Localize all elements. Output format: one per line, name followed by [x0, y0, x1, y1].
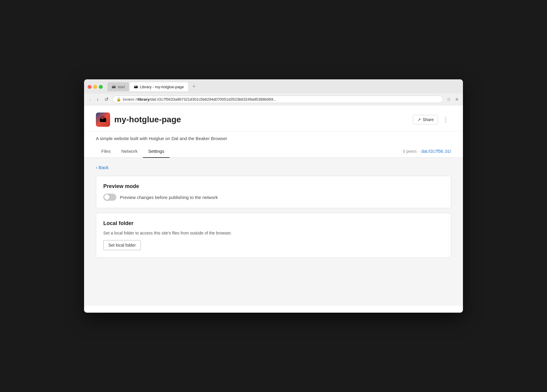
preview-mode-toggle-row: Preview changes before publishing to the… — [103, 194, 444, 201]
url-path: /dat://2c7f5633a967321d301c5b6294d070051… — [149, 97, 276, 102]
page-title-area: 🏔 my-hotglue-page — [96, 113, 181, 127]
nav-bar: ‹ › ↺ 🔒 beaker://library/dat://2c7f5633a… — [84, 94, 463, 105]
set-local-folder-button[interactable]: Set local folder — [103, 240, 141, 250]
url-protocol: beaker:// — [123, 97, 138, 102]
page-content: 🏔 my-hotglue-page ↗ Share ⋮ A simple web… — [84, 105, 463, 313]
preview-mode-label: Preview changes before publishing to the… — [120, 195, 218, 200]
tab-library-label: Library - my-hotglue-page — [140, 85, 184, 89]
local-folder-title: Local folder — [103, 220, 444, 226]
lock-icon: 🔒 — [116, 97, 121, 102]
address-bar[interactable]: 🔒 beaker://library/dat://2c7f5633a967321… — [112, 96, 443, 103]
back-button[interactable]: ‹ — [88, 96, 93, 103]
preview-mode-title: Preview mode — [103, 183, 444, 189]
window-controls — [88, 85, 103, 89]
menu-button[interactable]: ≡ — [454, 96, 459, 103]
url-host: library — [138, 97, 149, 102]
tab-library[interactable]: 🏔 Library - my-hotglue-page — [130, 82, 188, 91]
local-folder-card: Local folder Set a local folder to acces… — [96, 213, 451, 258]
toggle-slider — [103, 194, 116, 201]
tab-network[interactable]: Network — [116, 145, 143, 158]
tab-library-icon: 🏔 — [134, 84, 138, 89]
share-label: Share — [423, 117, 434, 122]
tab-start[interactable]: 🏔 start — [107, 82, 129, 91]
share-button[interactable]: ↗ Share — [413, 115, 438, 124]
maximize-button[interactable] — [99, 85, 103, 89]
tab-bar: 🏔 start 🏔 Library - my-hotglue-page + — [107, 82, 198, 91]
tabs-meta: 0 peers · dat://2c7f56..01/ — [403, 149, 451, 154]
forward-button[interactable]: › — [95, 96, 100, 103]
browser-window: 🏔 start 🏔 Library - my-hotglue-page + ‹ … — [84, 79, 463, 313]
preview-mode-toggle[interactable] — [103, 194, 116, 201]
bookmark-button[interactable]: ☆ — [445, 95, 452, 103]
tab-files[interactable]: Files — [96, 145, 116, 158]
settings-content: ‹ Back Preview mode Preview changes befo… — [84, 158, 463, 306]
minimize-button[interactable] — [93, 85, 97, 89]
dot-separator: · — [419, 149, 420, 154]
header-actions: ↗ Share ⋮ — [413, 115, 451, 124]
url-display: beaker://library/dat://2c7f5633a967321d3… — [123, 97, 439, 102]
back-link[interactable]: ‹ Back — [96, 165, 109, 170]
page-title: my-hotglue-page — [114, 115, 181, 124]
share-icon: ↗ — [417, 117, 421, 122]
new-tab-button[interactable]: + — [190, 82, 198, 91]
tabs-list: Files Network Settings — [96, 145, 170, 158]
preview-mode-card: Preview mode Preview changes before publ… — [96, 176, 451, 208]
close-button[interactable] — [88, 85, 91, 89]
more-button[interactable]: ⋮ — [440, 115, 451, 124]
dat-link[interactable]: dat://2c7f56..01/ — [421, 149, 451, 154]
title-bar: 🏔 start 🏔 Library - my-hotglue-page + — [84, 79, 463, 94]
tabs-nav: Files Network Settings 0 peers · dat://2… — [84, 145, 463, 158]
tab-start-label: start — [118, 85, 125, 89]
reload-button[interactable]: ↺ — [103, 95, 110, 103]
tab-settings[interactable]: Settings — [143, 145, 170, 158]
tab-start-icon: 🏔 — [112, 84, 116, 89]
peers-count: 0 peers — [403, 149, 417, 154]
page-description: A simple website built with Hotglue on D… — [84, 132, 463, 145]
page-header: 🏔 my-hotglue-page ↗ Share ⋮ — [84, 105, 463, 132]
local-folder-description: Set a local folder to access this site's… — [103, 231, 444, 235]
site-icon: 🏔 — [96, 113, 110, 127]
